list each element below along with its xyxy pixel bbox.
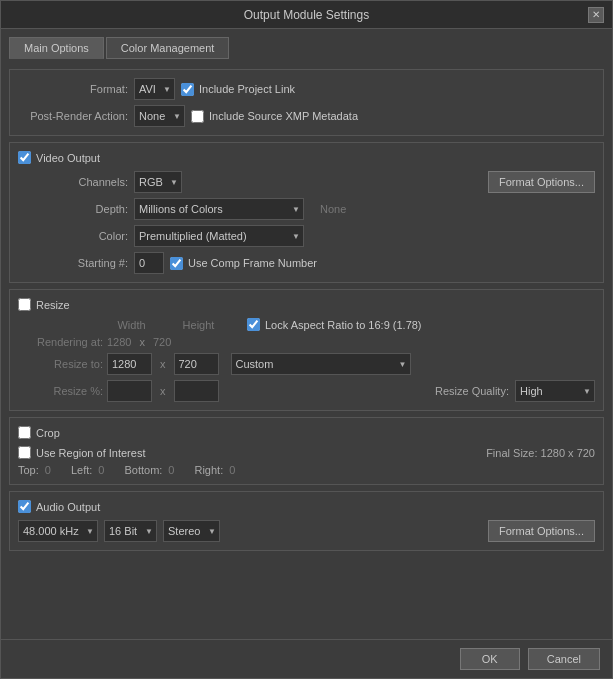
format-options-button[interactable]: Format Options...	[488, 171, 595, 193]
use-comp-frame-checkbox[interactable]	[170, 257, 183, 270]
format-label: Format:	[18, 83, 128, 95]
output-module-settings-dialog: Output Module Settings ✕ Main Options Co…	[0, 0, 613, 679]
include-project-link-row: Include Project Link	[181, 83, 295, 96]
bit-depth-wrapper: 16 Bit	[104, 520, 157, 542]
crop-options-row: Use Region of Interest Final Size: 1280 …	[18, 446, 595, 459]
resize-to-height-input[interactable]	[174, 353, 219, 375]
close-button[interactable]: ✕	[588, 7, 604, 23]
custom-select[interactable]: Custom	[231, 353, 411, 375]
dialog-content: Main Options Color Management Format: AV…	[1, 29, 612, 639]
lock-aspect-checkbox[interactable]	[247, 318, 260, 331]
format-section: Format: AVI Include Project Link Post-Re…	[9, 69, 604, 136]
use-comp-frame-label: Use Comp Frame Number	[188, 257, 317, 269]
channels-select-wrapper: RGB	[134, 171, 182, 193]
resize-to-x-divider: x	[160, 358, 166, 370]
include-xmp-checkbox[interactable]	[191, 110, 204, 123]
resize-title: Resize	[36, 299, 70, 311]
post-render-row: Post-Render Action: None Include Source …	[18, 105, 595, 127]
none-text: None	[320, 203, 346, 215]
ok-button[interactable]: OK	[460, 648, 520, 670]
left-label: Left:	[71, 464, 92, 476]
format-select[interactable]: AVI	[134, 78, 175, 100]
custom-select-wrapper: Custom	[231, 353, 411, 375]
starting-label: Starting #:	[18, 257, 128, 269]
crop-section: Crop Use Region of Interest Final Size: …	[9, 417, 604, 485]
depth-select[interactable]: Millions of Colors	[134, 198, 304, 220]
resize-section: Resize Width Height Lock Aspect Ratio to…	[9, 289, 604, 411]
resize-checkbox[interactable]	[18, 298, 31, 311]
audio-format-options-button[interactable]: Format Options...	[488, 520, 595, 542]
rendering-width: 1280	[107, 336, 131, 348]
video-output-section: Video Output Channels: RGB Format Option…	[9, 142, 604, 283]
channels-row: Channels: RGB Format Options...	[18, 171, 595, 193]
resize-quality-select[interactable]: High	[515, 380, 595, 402]
depth-select-wrapper: Millions of Colors	[134, 198, 304, 220]
crop-checkbox[interactable]	[18, 426, 31, 439]
video-output-title: Video Output	[36, 152, 100, 164]
video-output-checkbox[interactable]	[18, 151, 31, 164]
starting-input[interactable]	[134, 252, 164, 274]
include-project-link-checkbox[interactable]	[181, 83, 194, 96]
resize-pct-label: Resize %:	[18, 385, 103, 397]
resize-to-label: Resize to:	[18, 358, 103, 370]
format-select-wrapper: AVI	[134, 78, 175, 100]
tab-main-options[interactable]: Main Options	[9, 37, 104, 59]
depth-row: Depth: Millions of Colors None	[18, 198, 595, 220]
tabs: Main Options Color Management	[9, 37, 604, 59]
left-value: 0	[98, 464, 104, 476]
audio-output-checkbox[interactable]	[18, 500, 31, 513]
audio-channels-select[interactable]: Stereo	[163, 520, 220, 542]
audio-output-title: Audio Output	[36, 501, 100, 513]
title-bar: Output Module Settings ✕	[1, 1, 612, 29]
color-select[interactable]: Premultiplied (Matted)	[134, 225, 304, 247]
right-value: 0	[229, 464, 235, 476]
final-size-label: Final Size: 1280 x 720	[486, 447, 595, 459]
post-render-select-wrapper: None	[134, 105, 185, 127]
dialog-footer: OK Cancel	[1, 639, 612, 678]
tab-color-management[interactable]: Color Management	[106, 37, 230, 59]
audio-output-section: Audio Output 48.000 kHz 16 Bit Stereo	[9, 491, 604, 551]
post-render-select[interactable]: None	[134, 105, 185, 127]
color-select-wrapper: Premultiplied (Matted)	[134, 225, 304, 247]
resize-to-width-input[interactable]	[107, 353, 152, 375]
post-render-label: Post-Render Action:	[18, 110, 128, 122]
rendering-height: 720	[153, 336, 171, 348]
height-col-label: Height	[176, 319, 221, 331]
right-label: Right:	[194, 464, 223, 476]
audio-controls-row: 48.000 kHz 16 Bit Stereo Format Options.…	[18, 520, 595, 542]
color-label: Color:	[18, 230, 128, 242]
use-roi-checkbox[interactable]	[18, 446, 31, 459]
dialog-title: Output Module Settings	[25, 8, 588, 22]
channels-label: Channels:	[18, 176, 128, 188]
include-xmp-label: Include Source XMP Metadata	[209, 110, 358, 122]
color-row: Color: Premultiplied (Matted)	[18, 225, 595, 247]
crop-coords-row: Top: 0 Left: 0 Bottom: 0 Right: 0	[18, 464, 595, 476]
format-row: Format: AVI Include Project Link	[18, 78, 595, 100]
resize-labels-row: Width Height Lock Aspect Ratio to 16:9 (…	[18, 318, 595, 331]
sample-rate-select[interactable]: 48.000 kHz	[18, 520, 98, 542]
bottom-label: Bottom:	[124, 464, 162, 476]
resize-pct-x-divider: x	[160, 385, 166, 397]
bit-depth-select[interactable]: 16 Bit	[104, 520, 157, 542]
audio-channels-wrapper: Stereo	[163, 520, 220, 542]
video-output-header: Video Output	[18, 151, 595, 164]
resize-pct-width-input[interactable]	[107, 380, 152, 402]
use-roi-row: Use Region of Interest	[18, 446, 145, 459]
use-comp-frame-row: Use Comp Frame Number	[170, 257, 317, 270]
sample-rate-wrapper: 48.000 kHz	[18, 520, 98, 542]
resize-header: Resize	[18, 298, 595, 311]
cancel-button[interactable]: Cancel	[528, 648, 600, 670]
starting-row: Starting #: Use Comp Frame Number	[18, 252, 595, 274]
rendering-at-label: Rendering at:	[18, 336, 103, 348]
top-value: 0	[45, 464, 51, 476]
depth-label: Depth:	[18, 203, 128, 215]
rendering-x-divider: x	[139, 336, 145, 348]
crop-header: Crop	[18, 426, 595, 439]
resize-pct-row: Resize %: x Resize Quality: High	[18, 380, 595, 402]
crop-title: Crop	[36, 427, 60, 439]
include-project-link-label: Include Project Link	[199, 83, 295, 95]
lock-aspect-row: Lock Aspect Ratio to 16:9 (1.78)	[247, 318, 422, 331]
resize-quality-select-wrapper: High	[515, 380, 595, 402]
channels-select[interactable]: RGB	[134, 171, 182, 193]
resize-pct-height-input[interactable]	[174, 380, 219, 402]
